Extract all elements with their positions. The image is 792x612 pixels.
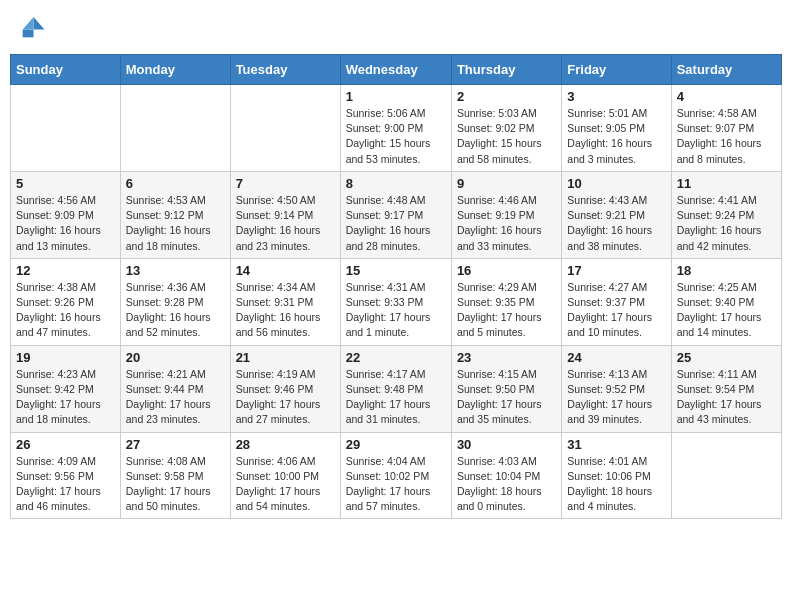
calendar-cell: 10Sunrise: 4:43 AMSunset: 9:21 PMDayligh…	[562, 171, 671, 258]
day-info: Sunrise: 4:34 AMSunset: 9:31 PMDaylight:…	[236, 280, 335, 341]
col-header-wednesday: Wednesday	[340, 55, 451, 85]
day-number: 3	[567, 89, 665, 104]
calendar-week-row: 12Sunrise: 4:38 AMSunset: 9:26 PMDayligh…	[11, 258, 782, 345]
day-number: 15	[346, 263, 446, 278]
calendar-week-row: 1Sunrise: 5:06 AMSunset: 9:00 PMDaylight…	[11, 85, 782, 172]
svg-rect-2	[23, 30, 34, 38]
calendar-cell: 12Sunrise: 4:38 AMSunset: 9:26 PMDayligh…	[11, 258, 121, 345]
calendar-cell: 28Sunrise: 4:06 AMSunset: 10:00 PMDaylig…	[230, 432, 340, 519]
day-number: 20	[126, 350, 225, 365]
calendar-week-row: 19Sunrise: 4:23 AMSunset: 9:42 PMDayligh…	[11, 345, 782, 432]
day-number: 27	[126, 437, 225, 452]
day-info: Sunrise: 4:25 AMSunset: 9:40 PMDaylight:…	[677, 280, 776, 341]
calendar-cell: 23Sunrise: 4:15 AMSunset: 9:50 PMDayligh…	[451, 345, 561, 432]
calendar-cell: 20Sunrise: 4:21 AMSunset: 9:44 PMDayligh…	[120, 345, 230, 432]
day-info: Sunrise: 4:15 AMSunset: 9:50 PMDaylight:…	[457, 367, 556, 428]
day-number: 24	[567, 350, 665, 365]
logo	[18, 14, 48, 42]
day-info: Sunrise: 4:23 AMSunset: 9:42 PMDaylight:…	[16, 367, 115, 428]
col-header-friday: Friday	[562, 55, 671, 85]
day-number: 29	[346, 437, 446, 452]
day-info: Sunrise: 4:01 AMSunset: 10:06 PMDaylight…	[567, 454, 665, 515]
day-info: Sunrise: 5:06 AMSunset: 9:00 PMDaylight:…	[346, 106, 446, 167]
calendar-cell	[11, 85, 121, 172]
day-number: 17	[567, 263, 665, 278]
day-number: 9	[457, 176, 556, 191]
svg-marker-1	[23, 17, 34, 29]
day-info: Sunrise: 4:29 AMSunset: 9:35 PMDaylight:…	[457, 280, 556, 341]
day-info: Sunrise: 4:27 AMSunset: 9:37 PMDaylight:…	[567, 280, 665, 341]
col-header-monday: Monday	[120, 55, 230, 85]
day-number: 8	[346, 176, 446, 191]
calendar-cell: 31Sunrise: 4:01 AMSunset: 10:06 PMDaylig…	[562, 432, 671, 519]
day-number: 25	[677, 350, 776, 365]
calendar-cell: 29Sunrise: 4:04 AMSunset: 10:02 PMDaylig…	[340, 432, 451, 519]
calendar-cell: 5Sunrise: 4:56 AMSunset: 9:09 PMDaylight…	[11, 171, 121, 258]
calendar-cell: 17Sunrise: 4:27 AMSunset: 9:37 PMDayligh…	[562, 258, 671, 345]
day-number: 6	[126, 176, 225, 191]
calendar-cell: 9Sunrise: 4:46 AMSunset: 9:19 PMDaylight…	[451, 171, 561, 258]
calendar-cell	[120, 85, 230, 172]
calendar-cell: 3Sunrise: 5:01 AMSunset: 9:05 PMDaylight…	[562, 85, 671, 172]
calendar-cell: 24Sunrise: 4:13 AMSunset: 9:52 PMDayligh…	[562, 345, 671, 432]
day-info: Sunrise: 5:03 AMSunset: 9:02 PMDaylight:…	[457, 106, 556, 167]
day-number: 16	[457, 263, 556, 278]
day-number: 7	[236, 176, 335, 191]
day-number: 22	[346, 350, 446, 365]
day-number: 21	[236, 350, 335, 365]
day-number: 28	[236, 437, 335, 452]
col-header-tuesday: Tuesday	[230, 55, 340, 85]
day-number: 31	[567, 437, 665, 452]
calendar-table: SundayMondayTuesdayWednesdayThursdayFrid…	[10, 54, 782, 519]
calendar-cell: 19Sunrise: 4:23 AMSunset: 9:42 PMDayligh…	[11, 345, 121, 432]
day-number: 30	[457, 437, 556, 452]
day-number: 1	[346, 89, 446, 104]
day-info: Sunrise: 4:09 AMSunset: 9:56 PMDaylight:…	[16, 454, 115, 515]
calendar-cell	[230, 85, 340, 172]
calendar-cell: 27Sunrise: 4:08 AMSunset: 9:58 PMDayligh…	[120, 432, 230, 519]
day-info: Sunrise: 4:46 AMSunset: 9:19 PMDaylight:…	[457, 193, 556, 254]
day-number: 18	[677, 263, 776, 278]
svg-marker-0	[34, 17, 45, 29]
calendar-week-row: 26Sunrise: 4:09 AMSunset: 9:56 PMDayligh…	[11, 432, 782, 519]
calendar-cell: 16Sunrise: 4:29 AMSunset: 9:35 PMDayligh…	[451, 258, 561, 345]
day-info: Sunrise: 5:01 AMSunset: 9:05 PMDaylight:…	[567, 106, 665, 167]
day-info: Sunrise: 4:13 AMSunset: 9:52 PMDaylight:…	[567, 367, 665, 428]
calendar-cell: 15Sunrise: 4:31 AMSunset: 9:33 PMDayligh…	[340, 258, 451, 345]
calendar-week-row: 5Sunrise: 4:56 AMSunset: 9:09 PMDaylight…	[11, 171, 782, 258]
calendar-cell: 8Sunrise: 4:48 AMSunset: 9:17 PMDaylight…	[340, 171, 451, 258]
day-number: 14	[236, 263, 335, 278]
day-info: Sunrise: 4:48 AMSunset: 9:17 PMDaylight:…	[346, 193, 446, 254]
col-header-saturday: Saturday	[671, 55, 781, 85]
day-number: 19	[16, 350, 115, 365]
calendar-cell: 11Sunrise: 4:41 AMSunset: 9:24 PMDayligh…	[671, 171, 781, 258]
logo-icon	[18, 14, 46, 42]
day-number: 11	[677, 176, 776, 191]
calendar-cell: 2Sunrise: 5:03 AMSunset: 9:02 PMDaylight…	[451, 85, 561, 172]
day-info: Sunrise: 4:58 AMSunset: 9:07 PMDaylight:…	[677, 106, 776, 167]
day-info: Sunrise: 4:19 AMSunset: 9:46 PMDaylight:…	[236, 367, 335, 428]
day-info: Sunrise: 4:21 AMSunset: 9:44 PMDaylight:…	[126, 367, 225, 428]
day-info: Sunrise: 4:17 AMSunset: 9:48 PMDaylight:…	[346, 367, 446, 428]
day-number: 23	[457, 350, 556, 365]
day-info: Sunrise: 4:06 AMSunset: 10:00 PMDaylight…	[236, 454, 335, 515]
day-number: 26	[16, 437, 115, 452]
col-header-thursday: Thursday	[451, 55, 561, 85]
day-info: Sunrise: 4:56 AMSunset: 9:09 PMDaylight:…	[16, 193, 115, 254]
day-number: 4	[677, 89, 776, 104]
day-info: Sunrise: 4:50 AMSunset: 9:14 PMDaylight:…	[236, 193, 335, 254]
calendar-cell: 22Sunrise: 4:17 AMSunset: 9:48 PMDayligh…	[340, 345, 451, 432]
day-info: Sunrise: 4:53 AMSunset: 9:12 PMDaylight:…	[126, 193, 225, 254]
day-number: 2	[457, 89, 556, 104]
calendar-cell: 25Sunrise: 4:11 AMSunset: 9:54 PMDayligh…	[671, 345, 781, 432]
calendar-cell: 30Sunrise: 4:03 AMSunset: 10:04 PMDaylig…	[451, 432, 561, 519]
day-info: Sunrise: 4:31 AMSunset: 9:33 PMDaylight:…	[346, 280, 446, 341]
calendar-cell: 26Sunrise: 4:09 AMSunset: 9:56 PMDayligh…	[11, 432, 121, 519]
day-number: 10	[567, 176, 665, 191]
day-number: 12	[16, 263, 115, 278]
day-info: Sunrise: 4:08 AMSunset: 9:58 PMDaylight:…	[126, 454, 225, 515]
calendar-cell: 6Sunrise: 4:53 AMSunset: 9:12 PMDaylight…	[120, 171, 230, 258]
calendar-cell: 4Sunrise: 4:58 AMSunset: 9:07 PMDaylight…	[671, 85, 781, 172]
day-info: Sunrise: 4:36 AMSunset: 9:28 PMDaylight:…	[126, 280, 225, 341]
day-info: Sunrise: 4:41 AMSunset: 9:24 PMDaylight:…	[677, 193, 776, 254]
